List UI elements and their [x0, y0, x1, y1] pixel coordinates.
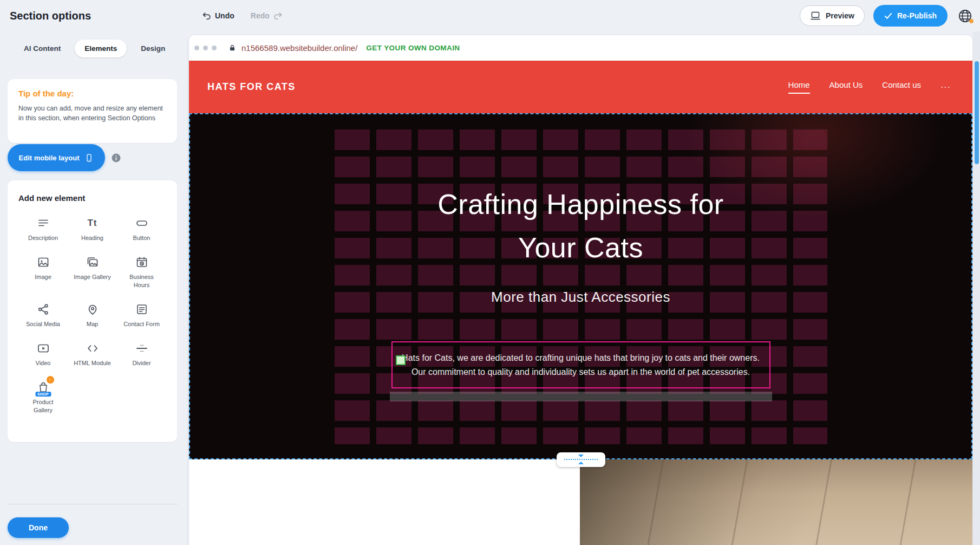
tip-body: Now you can add, move and resize any ele… [18, 103, 166, 123]
undo-label: Undo [215, 11, 234, 20]
redo-button[interactable]: Redo [251, 11, 283, 21]
hero-heading[interactable]: Crafting Happiness for Your Cats [437, 183, 723, 269]
done-label: Done [29, 523, 48, 532]
nav-item-home[interactable]: Home [788, 80, 810, 94]
lock-icon [228, 44, 236, 52]
business-hours-icon [135, 255, 148, 270]
image-icon [37, 255, 50, 270]
selected-text-element[interactable]: Hats for Cats, we are dedicated to craft… [391, 341, 770, 388]
arrow-up-icon [578, 461, 584, 465]
tab-design[interactable]: Design [131, 40, 175, 57]
element-item-video[interactable]: Video [18, 338, 68, 370]
element-item-description[interactable]: Description [18, 212, 68, 245]
video-icon [37, 341, 50, 356]
next-section[interactable] [189, 459, 972, 545]
site-header: HATS FOR CATS Home About Us Contact us ·… [189, 61, 972, 113]
nav-item-contact[interactable]: Contact us [882, 80, 921, 94]
nav-item-about[interactable]: About Us [829, 80, 863, 94]
element-grid: Description Tt Heading Button [18, 212, 166, 417]
edit-mobile-layout-button[interactable]: Edit mobile layout [8, 144, 105, 171]
html-module-icon [86, 341, 99, 356]
app-root: Section options Undo Redo Preview [0, 0, 980, 545]
hero-heading-line1: Crafting Happiness for [437, 183, 723, 226]
tab-ai-content[interactable]: AI Content [14, 40, 70, 57]
get-own-domain-link[interactable]: GET YOUR OWN DOMAIN [366, 44, 460, 52]
scrollbar-thumb[interactable] [975, 61, 979, 164]
preview-button[interactable]: Preview [800, 5, 865, 26]
site-preview-window: n1566589.websitebuilder.online/ GET YOUR… [189, 35, 972, 545]
topbar-actions: Preview Re-Publish [800, 5, 974, 27]
sidebar-divider [8, 504, 178, 504]
add-element-title: Add new element [18, 193, 166, 203]
site-nav: Home About Us Contact us ··· [788, 80, 951, 94]
description-icon [37, 216, 50, 231]
window-control-dots [194, 46, 217, 50]
hero-content: Crafting Happiness for Your Cats More th… [189, 113, 972, 459]
tab-elements[interactable]: Elements [75, 40, 127, 57]
language-globe-button[interactable] [956, 7, 974, 24]
map-icon [86, 302, 99, 317]
shop-badge: SHOP [35, 392, 51, 397]
element-item-image[interactable]: Image [18, 251, 68, 292]
hero-paragraph[interactable]: Hats for Cats, we are dedicated to craft… [399, 351, 763, 379]
site-logo[interactable]: HATS FOR CATS [207, 81, 296, 93]
sidebar: AI Content Elements Design Tip of the da… [0, 31, 188, 545]
undo-icon [201, 11, 211, 21]
element-item-social-media[interactable]: Social Media [18, 299, 68, 331]
hero-section[interactable]: Crafting Happiness for Your Cats More th… [189, 113, 972, 459]
tip-title: Tip of the day: [18, 89, 166, 98]
hero-heading-line2: Your Cats [437, 226, 723, 269]
page-title: Section options [10, 10, 91, 22]
element-item-divider[interactable]: Divider [117, 338, 166, 370]
heading-icon: Tt [87, 216, 97, 231]
element-item-business-hours[interactable]: Business Hours [117, 251, 166, 292]
element-item-contact-form[interactable]: Contact Form [117, 299, 166, 331]
redo-icon [273, 11, 283, 21]
arrow-down-icon [578, 454, 584, 458]
social-media-icon [37, 302, 50, 317]
element-item-image-gallery[interactable]: Image Gallery [68, 251, 117, 292]
republish-label: Re-Publish [897, 11, 937, 20]
undo-redo-group: Undo Redo [201, 11, 283, 21]
dotted-drag-line [564, 459, 598, 460]
contact-form-icon [135, 302, 148, 317]
element-item-heading[interactable]: Tt Heading [68, 212, 117, 245]
tip-card: Tip of the day: Now you can add, move an… [8, 79, 177, 143]
add-element-panel: Add new element Description Tt Heading [8, 180, 177, 442]
divider-icon [135, 341, 148, 356]
product-gallery-icon: SHOP ↑ [37, 380, 50, 395]
image-gallery-icon [86, 255, 99, 270]
topbar: Section options Undo Redo Preview [0, 0, 980, 31]
section-resize-handle[interactable] [557, 452, 605, 467]
done-button[interactable]: Done [8, 517, 69, 538]
edit-mobile-label: Edit mobile layout [19, 154, 80, 162]
element-item-product-gallery[interactable]: SHOP ↑ Product Gallery [18, 377, 68, 417]
scrollbar-track [973, 31, 980, 545]
notification-dot [969, 19, 974, 23]
info-icon[interactable] [111, 153, 121, 163]
sidebar-tabs: AI Content Elements Design [14, 40, 175, 57]
republish-button[interactable]: Re-Publish [873, 5, 948, 27]
undo-button[interactable]: Undo [201, 11, 234, 21]
element-resize-handle[interactable] [396, 355, 406, 365]
element-item-map[interactable]: Map [68, 299, 117, 331]
phone-icon [84, 153, 94, 163]
site-url: n1566589.websitebuilder.online/ [241, 43, 357, 53]
browser-chrome-bar: n1566589.websitebuilder.online/ GET YOUR… [189, 35, 972, 61]
element-item-button[interactable]: Button [117, 212, 166, 245]
preview-label: Preview [826, 11, 854, 20]
preview-icon [810, 11, 821, 21]
element-placeholder-band [390, 392, 772, 401]
check-icon [884, 12, 892, 20]
pavement-photo [580, 459, 972, 545]
redo-label: Redo [251, 11, 270, 20]
element-item-html-module[interactable]: HTML Module [68, 338, 117, 370]
upgrade-badge: ↑ [47, 376, 54, 384]
nav-more-icon[interactable]: ··· [940, 82, 951, 92]
button-icon [135, 216, 148, 231]
hero-subheading[interactable]: More than Just Accessories [491, 289, 670, 306]
